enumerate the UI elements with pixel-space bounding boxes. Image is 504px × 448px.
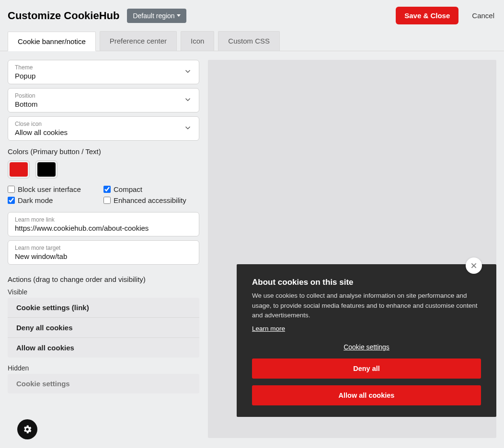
preview-learn-more[interactable]: Learn more — [252, 325, 285, 332]
preview-title: About cookies on this site — [252, 278, 481, 287]
text-color-swatch[interactable] — [35, 160, 57, 179]
closeicon-select[interactable]: Close icon Allow all cookies — [8, 116, 199, 141]
caret-down-icon — [177, 14, 181, 17]
region-dropdown[interactable]: Default region — [127, 9, 186, 23]
learn-target-label: Learn more target — [15, 245, 192, 251]
primary-color-swatch[interactable] — [8, 160, 30, 179]
visible-actions-list: Cookie settings (link) Deny all cookies … — [8, 298, 199, 358]
save-button[interactable]: Save & Close — [396, 7, 458, 24]
tab-banner[interactable]: Cookie banner/notice — [8, 32, 96, 51]
tabs: Cookie banner/notice Preference center I… — [0, 31, 504, 51]
theme-label: Theme — [15, 64, 192, 71]
tab-preference-center[interactable]: Preference center — [100, 31, 177, 51]
action-cookie-settings-link[interactable]: Cookie settings (link) — [8, 298, 199, 318]
preview-panel: About cookies on this site We use cookie… — [208, 60, 496, 438]
compact-checkbox[interactable] — [103, 186, 111, 193]
header: Customize CookieHub Default region Save … — [0, 0, 504, 31]
check-accessibility[interactable]: Enhanced accessibility — [103, 196, 199, 204]
preview-allow-button[interactable]: Allow all cookies — [252, 385, 481, 405]
hidden-label: Hidden — [8, 364, 199, 372]
chevron-down-icon — [183, 123, 192, 134]
page-title: Customize CookieHub — [8, 10, 119, 22]
learn-more-link-field[interactable]: Learn more link https://www.cookiehub.co… — [8, 212, 199, 236]
learn-more-target-select[interactable]: Learn more target New window/tab — [8, 240, 199, 265]
colors-heading: Colors (Primary button / Text) — [8, 147, 199, 156]
preview-deny-button[interactable]: Deny all — [252, 358, 481, 379]
settings-panel: Theme Popup Position Bottom Close icon A… — [8, 60, 199, 438]
chevron-down-icon — [183, 95, 192, 106]
preview-description: We use cookies to collect and analyse in… — [252, 291, 481, 320]
learn-target-value: New window/tab — [15, 252, 192, 260]
closeicon-label: Close icon — [15, 121, 192, 127]
cookie-popup-preview: About cookies on this site We use cookie… — [237, 264, 496, 417]
position-value: Bottom — [15, 100, 192, 108]
chevron-down-icon — [183, 67, 192, 78]
cancel-button[interactable]: Cancel — [472, 11, 494, 20]
preview-close-button[interactable] — [466, 258, 482, 274]
visible-label: Visible — [8, 288, 199, 296]
accessibility-checkbox[interactable] — [103, 197, 111, 204]
learn-link-label: Learn more link — [15, 216, 192, 223]
check-block-ui[interactable]: Block user interface — [8, 185, 103, 193]
learn-link-value: https://www.cookiehub.com/about-cookies — [15, 224, 192, 232]
theme-select[interactable]: Theme Popup — [8, 60, 199, 84]
close-icon — [470, 262, 478, 269]
actions-heading: Actions (drag to change order and visibi… — [8, 275, 199, 283]
tab-icon[interactable]: Icon — [181, 31, 214, 51]
check-dark-mode[interactable]: Dark mode — [8, 196, 103, 204]
action-allow-all[interactable]: Allow all cookies — [8, 338, 199, 358]
gear-icon — [22, 424, 33, 435]
position-label: Position — [15, 92, 192, 99]
hidden-actions-list: Cookie settings — [8, 374, 199, 393]
dark-mode-checkbox[interactable] — [8, 197, 15, 204]
check-compact[interactable]: Compact — [103, 185, 199, 193]
settings-fab[interactable] — [17, 419, 37, 439]
action-deny-all[interactable]: Deny all cookies — [8, 318, 199, 338]
tab-custom-css[interactable]: Custom CSS — [218, 31, 280, 51]
position-select[interactable]: Position Bottom — [8, 88, 199, 112]
theme-value: Popup — [15, 72, 192, 80]
region-label: Default region — [133, 12, 174, 20]
block-ui-checkbox[interactable] — [8, 186, 15, 193]
preview-settings-link[interactable]: Cookie settings — [252, 343, 481, 351]
closeicon-value: Allow all cookies — [15, 128, 192, 136]
action-cookie-settings[interactable]: Cookie settings — [8, 374, 199, 393]
